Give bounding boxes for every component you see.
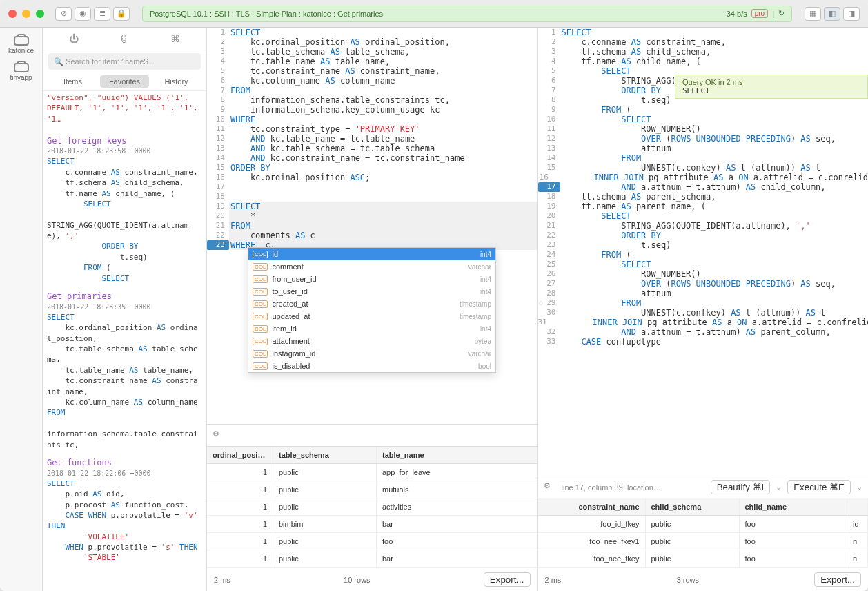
gear-icon[interactable]: ⚙ [544,481,556,494]
split-left-button[interactable]: ◧ [824,7,840,21]
table-row[interactable]: foo_id_fkeypublicfooid [538,516,869,533]
col-child-name[interactable]: child_name [740,498,848,515]
favorite-sql-preview: SELECT kc.ordinal_position AS ordinal_po… [47,312,202,450]
favorite-sql-preview: SELECT p.oid AS oid, p.procost AS functi… [47,478,202,563]
col-child-schema[interactable]: child_schema [646,498,740,515]
beautify-button[interactable]: Beautify ⌘I [711,480,771,494]
chevron-down-icon[interactable]: ⌄ [776,483,782,492]
separator: | [772,10,774,18]
autocomplete-item[interactable]: COLattachment bytea [248,335,495,347]
favorite-functions[interactable]: Get functions [47,457,202,469]
autocomplete-item[interactable]: COLto_user_id int4 [248,285,495,298]
favorite-sql-preview: SELECT c.conname AS constraint_name, tf.… [47,156,202,284]
query-panel-right: Query OK in 2 ms SELECT 1SELECT2 c.conna… [538,28,869,591]
autocomplete-item[interactable]: COLitem_id int4 [248,322,495,335]
results-right: constraint_name child_schema child_name … [538,498,869,591]
minimize-window-button[interactable] [22,10,30,18]
autocomplete-item[interactable]: COLinstagram_id varchar [248,347,495,360]
chevron-down-icon[interactable]: ⌄ [856,483,862,492]
pro-badge: pro [751,9,768,18]
rail-db-katonice[interactable]: katonice [4,32,39,59]
col-extra[interactable] [847,498,868,515]
execute-button[interactable]: Execute ⌘E [787,480,851,494]
favorite-foreign-keys[interactable]: Get foreign keys [47,135,202,147]
database-icon[interactable]: 🛢 [116,32,132,46]
autocomplete-item[interactable]: COLis_disabled bool [248,360,495,372]
results-left: ordinal_position table_schema table_name… [207,446,537,591]
transfer-rate: 34 b/s [727,10,747,18]
autocomplete-popup[interactable]: COLid int4 COLcomment varchar COLfrom_us… [248,247,496,373]
col-table-name[interactable]: table_name [377,447,537,463]
col-constraint-name[interactable]: constraint_name [538,498,646,515]
export-button[interactable]: Export... [814,572,861,587]
favorite-primaries[interactable]: Get primaries [47,291,202,302]
close-window-button[interactable] [8,10,17,18]
cursor-location: line 17, column 39, location… [562,483,661,492]
filter-button[interactable]: ≣ [94,7,110,21]
terminal-icon[interactable]: ⌘ [167,32,184,46]
traffic-lights [8,10,44,18]
table-row[interactable]: foo_nee_fkeypublicfoon [538,550,869,568]
autocomplete-item[interactable]: COLcreated_at timestamp [248,298,495,310]
split-right-button[interactable]: ◨ [843,7,860,21]
gear-icon[interactable]: ⚙ [213,429,225,442]
titlebar: ⊘ ◉ ≣ 🔒 PostgreSQL 10.1 : SSH : TLS : Si… [0,0,868,28]
stop-button[interactable]: ⊘ [55,7,72,21]
query-time: 2 ms [545,576,562,584]
search-input[interactable]: 🔍 Search for item: ^name$... [48,53,201,70]
table-row[interactable]: 1publicfoo [207,533,537,550]
autocomplete-item[interactable]: COLupdated_at timestamp [248,310,495,322]
power-icon[interactable]: ⏻ [66,32,82,46]
table-row[interactable]: 1publicapp_for_leave [207,464,537,481]
row-count: 10 rows [244,576,470,584]
grid-view-button[interactable]: ▦ [805,7,821,21]
sidebar: ⏻ 🛢 ⌘ 🔍 Search for item: ^name$... Items… [43,28,207,591]
query-ok-toast: Query OK in 2 ms SELECT [675,75,868,99]
table-row[interactable]: 1bimbimbar [207,516,537,533]
col-ordinal-position[interactable]: ordinal_position [207,447,273,463]
lock-button[interactable]: 🔒 [113,7,130,21]
app-window: ⊘ ◉ ≣ 🔒 PostgreSQL 10.1 : SSH : TLS : Si… [0,0,868,591]
export-button[interactable]: Export... [484,572,531,587]
view-button[interactable]: ◉ [75,7,91,21]
table-row[interactable]: 1publicmutuals [207,481,537,498]
rail-db-tinyapp[interactable]: tinyapp [4,59,39,86]
zoom-window-button[interactable] [36,10,44,18]
table-row[interactable]: foo_nee_fkey1publicfoon [538,533,869,550]
tab-items[interactable]: Items [48,75,97,88]
query-time: 2 ms [214,576,230,584]
tab-history[interactable]: History [152,75,201,88]
connection-string: PostgreSQL 10.1 : SSH : TLS : Simple Pla… [150,10,383,18]
search-icon: 🔍 [54,57,63,66]
connection-bar: PostgreSQL 10.1 : SSH : TLS : Simple Pla… [142,6,792,22]
row-count: 3 rows [575,576,800,584]
autocomplete-item[interactable]: COLfrom_user_id int4 [248,273,495,285]
connection-rail: katonice tinyapp [0,28,43,591]
autocomplete-item[interactable]: COLid int4 [248,248,495,260]
table-row[interactable]: 1publicactivities [207,498,537,516]
col-table-schema[interactable]: table_schema [273,447,377,463]
sidebar-content[interactable]: "version", "uuid") VALUES ('1',DEFAULT, … [43,91,206,591]
refresh-icon[interactable]: ↻ [778,9,785,18]
table-row[interactable]: 1publicbar [207,550,537,568]
tab-favorites[interactable]: Favorites [100,75,149,88]
autocomplete-item[interactable]: COLcomment varchar [248,260,495,273]
